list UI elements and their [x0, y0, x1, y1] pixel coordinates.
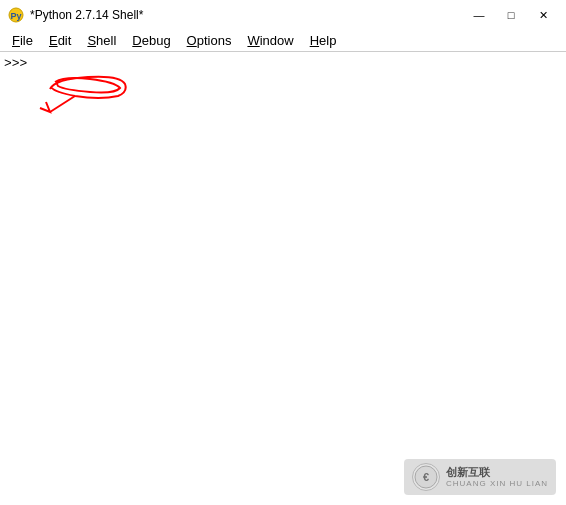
prompt-symbol: >>> [4, 56, 27, 71]
maximize-button[interactable]: □ [496, 5, 526, 25]
watermark: € 创新互联 CHUANG XIN HU LIAN [404, 459, 556, 495]
annotation-svg [0, 74, 200, 114]
menu-edit[interactable]: Edit [41, 31, 79, 50]
menu-file[interactable]: File [4, 31, 41, 50]
menu-options[interactable]: Options [179, 31, 240, 50]
window-title: *Python 2.7.14 Shell* [30, 8, 143, 22]
title-bar-controls: — □ ✕ [464, 5, 558, 25]
watermark-text: 创新互联 CHUANG XIN HU LIAN [446, 465, 548, 490]
title-bar: Py *Python 2.7.14 Shell* — □ ✕ [0, 0, 566, 30]
menu-window[interactable]: Window [239, 31, 301, 50]
close-button[interactable]: ✕ [528, 5, 558, 25]
svg-text:€: € [423, 471, 429, 483]
watermark-logo: € [412, 463, 440, 491]
app-icon: Py [8, 7, 24, 23]
svg-line-2 [50, 96, 75, 112]
watermark-sub-name: CHUANG XIN HU LIAN [446, 479, 548, 489]
svg-text:Py: Py [10, 11, 21, 21]
shell-content[interactable]: >>> € 创新互联 CHUANG XIN HU LIAN [0, 52, 566, 505]
watermark-inner: € 创新互联 CHUANG XIN HU LIAN [404, 459, 556, 495]
shell-prompt: >>> [4, 56, 562, 71]
menu-bar: File Edit Shell Debug Options Window Hel… [0, 30, 566, 52]
title-bar-left: Py *Python 2.7.14 Shell* [8, 7, 143, 23]
minimize-button[interactable]: — [464, 5, 494, 25]
menu-debug[interactable]: Debug [124, 31, 178, 50]
watermark-main-name: 创新互联 [446, 465, 548, 479]
menu-help[interactable]: Help [302, 31, 345, 50]
menu-shell[interactable]: Shell [79, 31, 124, 50]
